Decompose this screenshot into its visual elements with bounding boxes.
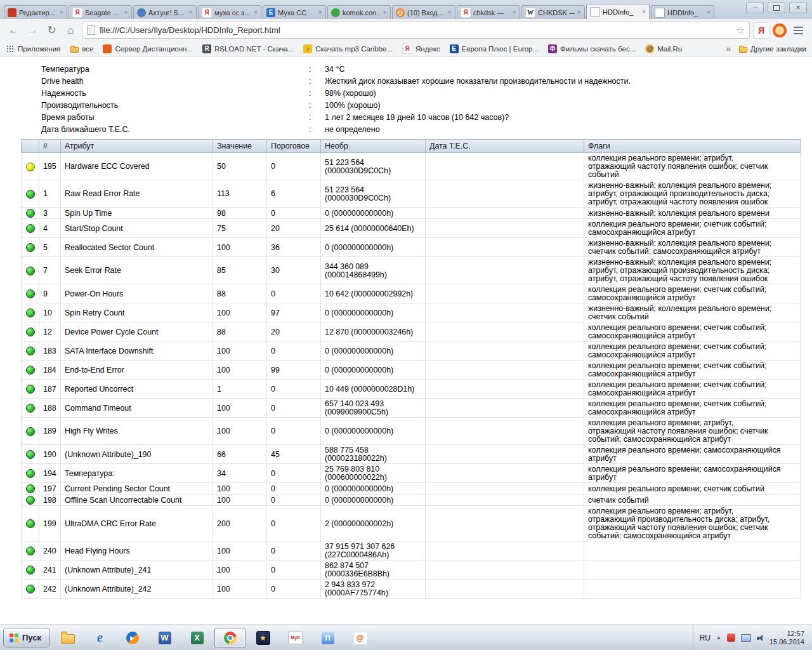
taskbar-buttons: e▶WX★MyDП@	[53, 628, 375, 648]
attribute-raw: 0 (000000000000h)	[321, 208, 426, 219]
browser-tab[interactable]: ЯSeagate ...×	[69, 5, 132, 19]
attribute-raw: 0 (000000000000h)	[321, 303, 426, 322]
close-button[interactable]: ×	[789, 2, 807, 13]
back-icon[interactable]: ←	[6, 22, 22, 38]
myd-taskbar-button[interactable]: MyD	[280, 628, 310, 647]
media-player-icon: ▶	[126, 632, 139, 644]
yandex-extension-icon[interactable]: Я	[753, 22, 769, 39]
bookmark-star-icon[interactable]: ☆	[737, 25, 745, 36]
tab-close-icon[interactable]: ×	[254, 9, 258, 16]
attribute-threshold: 0	[267, 464, 321, 483]
blue-app-taskbar-button[interactable]: П	[313, 628, 343, 647]
tab-close-icon[interactable]: ×	[513, 9, 516, 16]
orange-app-taskbar-button[interactable]: @	[345, 628, 375, 647]
browser-tab[interactable]: HDDInfo_×	[586, 4, 650, 19]
attribute-raw: 25 769 803 810 (000600000022h)	[321, 464, 426, 483]
menu-icon[interactable]	[790, 23, 806, 38]
attribute-flags: коллекция реального времени; самосохраня…	[584, 445, 801, 464]
home-icon[interactable]: ⌂	[63, 22, 79, 38]
table-row: 240Head Flying Hours100037 915 971 307 6…	[22, 541, 801, 560]
tab-close-icon[interactable]: ×	[124, 9, 128, 16]
explorer-taskbar-button[interactable]	[53, 628, 82, 647]
start-button[interactable]: Пуск	[3, 628, 50, 647]
table-row: 9Power-On Hours88010 642 (000000002992h)…	[22, 284, 801, 303]
led-cell	[22, 238, 39, 257]
attribute-tec-date	[426, 399, 584, 418]
led-cell	[22, 208, 39, 219]
bookmark-item[interactable]: RRSLOAD.NET - Скача...	[202, 44, 294, 53]
attribute-id: 9	[39, 284, 61, 303]
minimize-button[interactable]: –	[746, 2, 764, 13]
address-bar[interactable]: file:///C:/Users/Ilya/Desktop/HDDInfo_Re…	[82, 22, 750, 39]
music-icon: ♪	[303, 44, 312, 53]
forward-icon[interactable]: →	[25, 22, 41, 38]
bookmark-item[interactable]: ЕЕвропа Плюс | Europ...	[450, 44, 539, 53]
browser-tab[interactable]: Ямуха сс з...×	[198, 5, 261, 19]
ie-taskbar-button[interactable]: e	[85, 628, 115, 647]
browser-tab[interactable]: EМуха СС×	[263, 5, 326, 19]
tray-expand-icon[interactable]: ▲	[716, 635, 721, 640]
bookmark-label: Яндекс	[416, 45, 440, 53]
tab-close-icon[interactable]: ×	[448, 9, 452, 16]
tab-close-icon[interactable]: ×	[707, 9, 710, 16]
attribute-value: 100	[213, 580, 267, 599]
tab-close-icon[interactable]: ×	[577, 9, 581, 16]
media-player-taskbar-button[interactable]: ▶	[117, 628, 147, 647]
attribute-id: 240	[39, 541, 61, 560]
chrome-taskbar-button[interactable]	[214, 628, 246, 648]
bookmark-item[interactable]: ФФильмы скачать бес...	[548, 44, 636, 53]
excel-icon: X	[191, 632, 204, 644]
restore-button[interactable]	[768, 2, 785, 13]
attribute-raw: 12 870 (000000003246h)	[321, 322, 426, 342]
browser-tab[interactable]: HDDInfo_×	[651, 5, 714, 19]
bookmark-label: Скачать mp3 Caribbe...	[315, 45, 393, 53]
extension-icon[interactable]	[773, 23, 787, 37]
browser-tab[interactable]: @(10) Вход...×	[392, 5, 455, 19]
attribute-name: UltraDMA CRC Error Rate	[61, 506, 213, 541]
reload-icon[interactable]: ↻	[44, 22, 60, 38]
tray-app-icon[interactable]	[727, 633, 735, 642]
excel-taskbar-button[interactable]: X	[182, 628, 212, 647]
tab-close-icon[interactable]: ×	[642, 8, 646, 15]
led-cell	[22, 506, 39, 541]
bookmark-item[interactable]: все	[70, 44, 93, 53]
bookmark-item[interactable]: ♪Скачать mp3 Caribbe...	[303, 44, 393, 53]
attribute-threshold: 0	[267, 208, 321, 219]
tab-close-icon[interactable]: ×	[383, 9, 387, 16]
browser-tab[interactable]: Редактир...×	[4, 5, 67, 19]
tab-close-icon[interactable]: ×	[318, 9, 322, 16]
bookmark-item[interactable]: @Mail.Ru	[645, 44, 682, 53]
tab-close-icon[interactable]: ×	[189, 9, 193, 16]
bookmark-item[interactable]: Сервер Дистанционн...	[103, 44, 193, 53]
attribute-raw: 51 223 564 (0000030D9C0Ch)	[321, 180, 426, 208]
attribute-id: 7	[39, 257, 61, 284]
browser-tab[interactable]: Ахтунг! S...×	[133, 5, 197, 19]
blue-globe-favicon-icon	[137, 8, 146, 17]
attribute-name: Current Pending Sector Count	[61, 483, 213, 494]
tab-title: Ахтунг! S...	[148, 9, 187, 17]
browser-tab[interactable]: WCHKDSK —×	[521, 5, 585, 19]
summary-row: Drive health:Жесткий диск показывает хор…	[41, 76, 812, 88]
word-taskbar-button[interactable]: W	[150, 628, 180, 647]
yandex-favicon-icon: Я	[202, 8, 212, 18]
tab-title: CHKDSK —	[538, 9, 575, 17]
network-icon[interactable]	[741, 634, 751, 642]
tab-close-icon[interactable]: ×	[60, 9, 63, 16]
bookmarks-overflow-chevron[interactable]: »	[726, 44, 731, 53]
column-header: Дата T.E.C.	[426, 140, 584, 153]
attribute-tec-date	[426, 180, 584, 208]
summary-colon: :	[309, 100, 325, 112]
table-row: 12Device Power Cycle Count882012 870 (00…	[22, 322, 801, 342]
language-indicator[interactable]: RU	[700, 633, 710, 642]
star-app-taskbar-button[interactable]: ★	[248, 628, 278, 647]
browser-tab[interactable]: komok.con...×	[327, 5, 391, 19]
bookmark-item[interactable]: ЯЯндекс	[402, 44, 440, 54]
other-bookmarks-button[interactable]: Другие закладки	[738, 44, 806, 53]
clock[interactable]: 12:57 15.06.2014	[769, 630, 804, 646]
attribute-id: 189	[39, 418, 61, 445]
status-led-green-icon	[26, 267, 35, 275]
browser-tab[interactable]: Яchkdsk —×	[457, 5, 520, 19]
volume-icon[interactable]	[757, 634, 764, 642]
bookmark-item[interactable]: Приложения	[6, 44, 60, 53]
tab-title: муха сс з...	[214, 9, 251, 17]
